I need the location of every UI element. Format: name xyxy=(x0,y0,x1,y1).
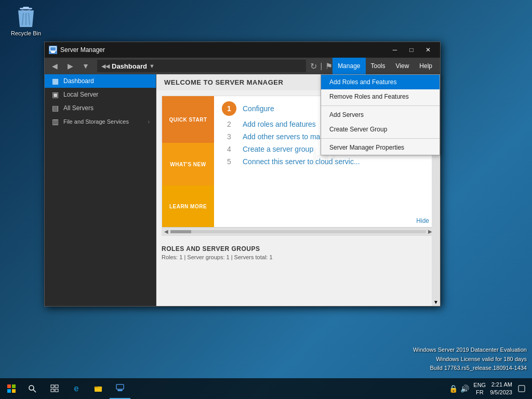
svg-rect-17 xyxy=(51,385,54,388)
svg-rect-26 xyxy=(118,391,122,391)
file-storage-icon: ▥ xyxy=(51,117,59,126)
svg-rect-23 xyxy=(94,388,102,388)
create-server-group-link[interactable]: Create a server group xyxy=(243,145,313,153)
file-explorer-button[interactable] xyxy=(88,378,109,399)
svg-rect-25 xyxy=(117,390,123,391)
system-tray: 🔒 🔊 xyxy=(449,384,469,393)
close-button[interactable]: ✕ xyxy=(420,45,436,55)
svg-rect-12 xyxy=(12,384,16,388)
dashboard-icon: ▦ xyxy=(51,77,59,85)
start-button[interactable] xyxy=(0,378,23,399)
svg-rect-14 xyxy=(12,389,16,393)
hide-link[interactable]: Hide xyxy=(416,217,429,224)
breadcrumb-area: ◀◀ Dashboard ▼ xyxy=(97,60,306,72)
toolbar-right: ↻ | ⚑ xyxy=(310,61,332,71)
separator-bar: | xyxy=(320,62,322,70)
lang-primary: ENG xyxy=(473,381,486,389)
sidebar-item-all-servers[interactable]: ▤ All Servers xyxy=(45,101,156,115)
search-button[interactable] xyxy=(23,378,42,399)
sidebar-item-dashboard[interactable]: ▦ Dashboard xyxy=(45,74,156,88)
scroll-thumb[interactable] xyxy=(170,230,191,233)
horizontal-scrollbar[interactable]: ◀ ▶ xyxy=(162,227,434,235)
minimize-button[interactable]: ─ xyxy=(387,45,403,55)
task-view-button[interactable] xyxy=(44,378,65,399)
add-roles-link[interactable]: Add roles and features xyxy=(243,120,316,128)
num-4: 4 xyxy=(222,145,236,153)
nav-buttons: ◀ ▶ ▼ xyxy=(47,59,93,73)
svg-rect-20 xyxy=(55,389,58,392)
num-3: 3 xyxy=(222,132,236,141)
os-info-line2: Windows License valid for 180 days xyxy=(413,355,527,364)
dropdown-arrow-button[interactable]: ▼ xyxy=(78,59,93,73)
scroll-track[interactable] xyxy=(170,230,426,233)
tools-menu[interactable]: Tools xyxy=(366,58,391,74)
taskbar: e 🔒 🔊 ENG xyxy=(0,378,532,399)
num-2: 2 xyxy=(222,120,236,128)
svg-rect-9 xyxy=(51,52,55,53)
whats-new-tile[interactable]: WHAT'S NEW xyxy=(162,143,214,185)
connect-cloud-row: 5 Connect this server to cloud servic... xyxy=(222,157,427,166)
dropdown-separator-1 xyxy=(321,105,440,106)
os-info-line1: Windows Server 2019 Datacenter Evaluatio… xyxy=(413,345,527,355)
lang-secondary: FR xyxy=(476,389,484,396)
sidebar-item-file-storage[interactable]: ▥ File and Storage Services › xyxy=(45,115,156,128)
remove-roles-item[interactable]: Remove Roles and Features xyxy=(321,89,440,104)
notification-button[interactable] xyxy=(516,378,527,399)
breadcrumb-text: Dashboard xyxy=(112,62,147,70)
svg-rect-8 xyxy=(51,51,55,52)
flag-icon[interactable]: ⚑ xyxy=(325,61,332,71)
num-circle-1: 1 xyxy=(222,101,236,116)
back-button[interactable]: ◀ xyxy=(47,59,62,73)
taskbar-icons: e xyxy=(44,378,130,399)
sidebar-local-server-label: Local Server xyxy=(63,91,98,98)
breadcrumb-arrows: ◀◀ xyxy=(101,63,110,70)
scroll-down-button[interactable]: ▼ xyxy=(432,298,440,306)
create-server-group-item[interactable]: Create Server Group xyxy=(321,122,440,137)
help-menu[interactable]: Help xyxy=(414,58,437,74)
breadcrumb-chevron: ▼ xyxy=(149,63,155,69)
svg-rect-13 xyxy=(7,389,11,393)
refresh-icon[interactable]: ↻ xyxy=(310,61,317,71)
roles-title: ROLES AND SERVER GROUPS xyxy=(162,245,435,252)
learn-more-tile[interactable]: LEARN MORE xyxy=(162,185,214,227)
svg-rect-7 xyxy=(50,47,56,51)
svg-point-15 xyxy=(29,385,34,390)
forward-button[interactable]: ▶ xyxy=(63,59,77,73)
quick-start-tile[interactable]: QUICK START xyxy=(162,96,214,143)
clock-date: 9/5/2023 xyxy=(490,389,512,396)
ie-button[interactable]: e xyxy=(66,378,87,399)
server-manager-taskbar-btn[interactable] xyxy=(110,378,130,399)
sidebar-item-local-server[interactable]: ▣ Local Server xyxy=(45,88,156,101)
local-server-icon: ▣ xyxy=(51,90,59,99)
scroll-left-button[interactable]: ◀ xyxy=(162,229,170,234)
title-bar: Server Manager ─ □ ✕ xyxy=(45,42,440,58)
svg-line-16 xyxy=(33,390,36,392)
menu-bar: ◀ ▶ ▼ ◀◀ Dashboard ▼ ↻ | ⚑ Manage Tools … xyxy=(45,58,440,74)
svg-rect-27 xyxy=(518,385,525,392)
svg-rect-11 xyxy=(7,384,11,388)
manage-menu[interactable]: Manage xyxy=(332,58,365,74)
roles-section: ROLES AND SERVER GROUPS Roles: 1 | Serve… xyxy=(156,241,440,264)
all-servers-icon: ▤ xyxy=(51,104,59,112)
language-indicator[interactable]: ENG FR xyxy=(473,381,486,396)
manage-dropdown: Add Roles and Features Remove Roles and … xyxy=(321,74,440,155)
server-manager-properties-item[interactable]: Server Manager Properties xyxy=(321,140,440,155)
add-roles-item[interactable]: Add Roles and Features xyxy=(321,75,440,89)
os-info-line3: Build 17763.rs5_release.180914-1434 xyxy=(413,364,527,373)
recycle-bin[interactable]: Recycle Bin xyxy=(8,5,44,36)
configure-link[interactable]: Configure xyxy=(243,104,274,113)
taskbar-right: 🔒 🔊 ENG FR 2:21 AM 9/5/2023 xyxy=(449,378,532,399)
left-tiles: QUICK START WHAT'S NEW LEARN MORE xyxy=(162,96,214,227)
recycle-bin-icon xyxy=(16,5,36,29)
add-servers-item[interactable]: Add Servers xyxy=(321,108,440,122)
num-5: 5 xyxy=(222,157,236,166)
sidebar-dashboard-label: Dashboard xyxy=(63,77,94,85)
connect-cloud-link[interactable]: Connect this server to cloud servic... xyxy=(243,157,360,166)
clock-time: 2:21 AM xyxy=(491,381,512,389)
maximize-button[interactable]: □ xyxy=(404,45,419,55)
speaker-icon[interactable]: 🔊 xyxy=(460,384,469,393)
view-menu[interactable]: View xyxy=(391,58,415,74)
network-icon[interactable]: 🔒 xyxy=(449,384,458,393)
svg-rect-18 xyxy=(55,385,58,388)
system-clock[interactable]: 2:21 AM 9/5/2023 xyxy=(490,381,512,397)
